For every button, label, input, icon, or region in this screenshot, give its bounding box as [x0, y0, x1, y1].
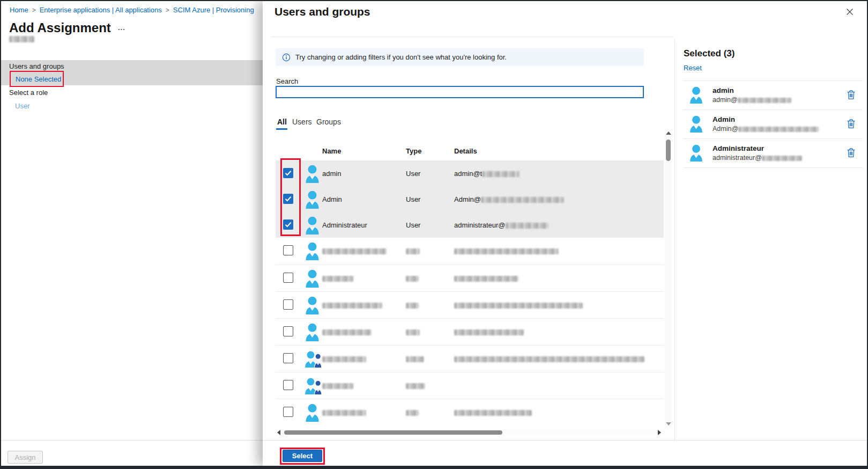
user-row[interactable]	[276, 238, 664, 265]
user-row[interactable]	[276, 291, 664, 318]
horizontal-scrollbar[interactable]	[276, 429, 664, 436]
selected-panel-divider	[674, 40, 675, 440]
row-checkbox[interactable]	[283, 219, 293, 230]
scroll-up-arrow[interactable]	[666, 131, 671, 135]
row-type	[406, 408, 419, 416]
selected-items-list: adminadmin@ AdminAdmin@ Administrateurad…	[684, 80, 863, 168]
breadcrumb-scim-azure-provisioning[interactable]: SCIM Azure | Provisioning	[173, 6, 254, 14]
row-details: administrateur@	[454, 221, 548, 229]
checkmark-icon	[285, 196, 292, 202]
tab-users[interactable]: Users	[292, 118, 312, 126]
user-icon-cell	[688, 115, 704, 135]
column-header-type: Type	[406, 147, 421, 155]
row-type	[406, 328, 420, 336]
row-details	[454, 247, 559, 255]
horizontal-scrollbar-thumb[interactable]	[284, 430, 502, 435]
row-name: Admin	[322, 195, 342, 203]
close-button[interactable]	[844, 7, 855, 18]
user-icon-cell	[304, 190, 321, 211]
row-checkbox[interactable]	[283, 326, 293, 336]
redacted-text	[406, 410, 419, 416]
row-checkbox[interactable]	[283, 353, 293, 363]
user-icon-cell	[688, 144, 704, 164]
scroll-down-arrow[interactable]	[666, 422, 671, 426]
assign-button[interactable]: Assign	[8, 451, 43, 464]
trash-icon	[847, 90, 856, 100]
group-icon	[304, 350, 322, 368]
redacted-text	[454, 276, 518, 282]
remove-selected-button[interactable]	[847, 90, 856, 101]
tab-all[interactable]: All	[277, 118, 287, 126]
more-menu-button[interactable]: ...	[118, 24, 125, 32]
user-icon	[304, 269, 321, 288]
info-icon	[282, 53, 291, 62]
row-checkbox[interactable]	[283, 273, 293, 283]
user-row[interactable]	[276, 345, 664, 372]
redacted-text	[406, 248, 420, 254]
breadcrumb-enterprise-applications[interactable]: Enterprise applications | All applicatio…	[40, 6, 162, 14]
row-checkbox[interactable]	[283, 380, 293, 390]
user-row[interactable]: AdminUserAdmin@	[276, 186, 664, 212]
vertical-scrollbar[interactable]	[665, 129, 672, 428]
user-icon	[688, 144, 704, 162]
selected-item-name: admin	[713, 86, 734, 94]
redacted-text	[322, 276, 353, 282]
user-row[interactable]	[276, 372, 664, 399]
remove-selected-button[interactable]	[847, 148, 856, 159]
screenshot-frame: Home>Enterprise applications | All appli…	[0, 0, 868, 469]
breadcrumb-separator: >	[166, 6, 169, 14]
search-label: Search	[276, 77, 298, 85]
row-name: Administrateur	[322, 221, 367, 229]
redacted-text	[738, 127, 819, 132]
remove-selected-button[interactable]	[847, 119, 856, 130]
row-checkbox[interactable]	[283, 168, 293, 178]
user-row[interactable]	[276, 265, 664, 291]
user-row[interactable]: AdministrateurUseradministrateur@	[276, 212, 664, 238]
selected-item-email: administrateur@	[713, 154, 802, 162]
row-details	[454, 301, 583, 309]
tab-groups[interactable]: Groups	[316, 118, 341, 126]
scroll-right-arrow[interactable]	[658, 430, 661, 435]
user-row[interactable]	[276, 399, 664, 426]
redacted-text	[454, 248, 559, 254]
row-checkbox[interactable]	[283, 194, 293, 204]
redacted-text	[406, 329, 420, 335]
row-type: User	[406, 221, 420, 229]
user-icon	[304, 216, 321, 234]
search-input[interactable]	[276, 86, 644, 98]
scroll-left-arrow[interactable]	[277, 430, 280, 435]
redacted-text	[454, 356, 644, 362]
role-user-link[interactable]: User	[15, 102, 29, 110]
redacted-text	[406, 303, 419, 309]
redacted-text	[322, 383, 353, 389]
breadcrumb-home[interactable]: Home	[10, 6, 28, 14]
info-banner: Try changing or adding filters if you do…	[276, 48, 644, 66]
row-name	[322, 328, 372, 336]
active-tab-indicator	[276, 128, 287, 130]
user-row[interactable]	[276, 318, 664, 345]
row-checkbox[interactable]	[283, 299, 293, 310]
user-icon	[304, 404, 321, 422]
panel-footer-divider	[263, 440, 867, 441]
vertical-scrollbar-thumb[interactable]	[666, 140, 671, 161]
row-checkbox[interactable]	[283, 245, 293, 255]
redacted-subtitle	[9, 36, 34, 42]
row-name	[322, 382, 353, 390]
row-name	[322, 355, 366, 363]
none-selected-link[interactable]: None Selected	[16, 75, 61, 83]
row-checkbox[interactable]	[283, 407, 293, 417]
row-details: Admin@	[454, 195, 564, 203]
user-icon-cell	[304, 242, 321, 262]
user-row[interactable]: adminUseradmin@t	[276, 160, 664, 186]
redacted-text	[738, 98, 791, 103]
redacted-text	[322, 248, 387, 254]
selected-item-name: Administrateur	[713, 144, 764, 152]
redacted-text	[406, 383, 425, 389]
reset-link[interactable]: Reset	[684, 64, 702, 72]
row-type	[406, 382, 425, 390]
user-icon	[304, 165, 321, 183]
redacted-text	[454, 329, 524, 335]
user-icon-cell	[688, 86, 704, 106]
redacted-text	[506, 223, 548, 229]
select-button[interactable]: Select	[283, 450, 322, 462]
